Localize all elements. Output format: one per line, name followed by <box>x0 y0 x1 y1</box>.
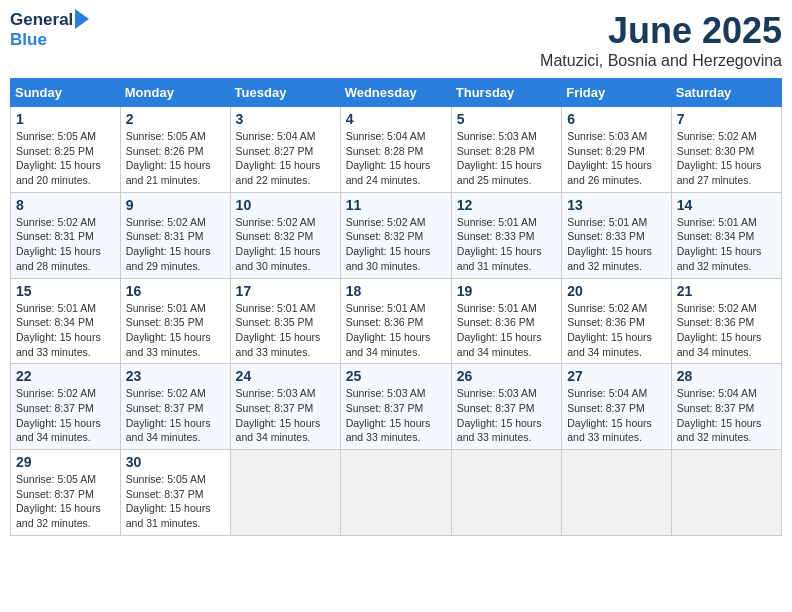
table-row: 24Sunrise: 5:03 AM Sunset: 8:37 PM Dayli… <box>230 364 340 450</box>
calendar-week-row: 22Sunrise: 5:02 AM Sunset: 8:37 PM Dayli… <box>11 364 782 450</box>
day-info: Sunrise: 5:01 AM Sunset: 8:35 PM Dayligh… <box>126 301 225 360</box>
calendar-header-row: Sunday Monday Tuesday Wednesday Thursday… <box>11 79 782 107</box>
table-row: 9Sunrise: 5:02 AM Sunset: 8:31 PM Daylig… <box>120 192 230 278</box>
day-info: Sunrise: 5:05 AM Sunset: 8:25 PM Dayligh… <box>16 129 115 188</box>
day-number: 29 <box>16 454 115 470</box>
day-info: Sunrise: 5:01 AM Sunset: 8:33 PM Dayligh… <box>567 215 666 274</box>
day-info: Sunrise: 5:05 AM Sunset: 8:26 PM Dayligh… <box>126 129 225 188</box>
table-row: 26Sunrise: 5:03 AM Sunset: 8:37 PM Dayli… <box>451 364 561 450</box>
table-row: 20Sunrise: 5:02 AM Sunset: 8:36 PM Dayli… <box>562 278 672 364</box>
calendar-week-row: 8Sunrise: 5:02 AM Sunset: 8:31 PM Daylig… <box>11 192 782 278</box>
day-number: 19 <box>457 283 556 299</box>
day-number: 23 <box>126 368 225 384</box>
table-row <box>671 450 781 536</box>
day-number: 10 <box>236 197 335 213</box>
logo-arrow-icon <box>75 9 89 29</box>
day-info: Sunrise: 5:02 AM Sunset: 8:36 PM Dayligh… <box>567 301 666 360</box>
table-row: 25Sunrise: 5:03 AM Sunset: 8:37 PM Dayli… <box>340 364 451 450</box>
day-number: 2 <box>126 111 225 127</box>
day-info: Sunrise: 5:04 AM Sunset: 8:27 PM Dayligh… <box>236 129 335 188</box>
day-number: 22 <box>16 368 115 384</box>
table-row: 4Sunrise: 5:04 AM Sunset: 8:28 PM Daylig… <box>340 107 451 193</box>
table-row: 22Sunrise: 5:02 AM Sunset: 8:37 PM Dayli… <box>11 364 121 450</box>
table-row: 13Sunrise: 5:01 AM Sunset: 8:33 PM Dayli… <box>562 192 672 278</box>
table-row: 29Sunrise: 5:05 AM Sunset: 8:37 PM Dayli… <box>11 450 121 536</box>
table-row: 1Sunrise: 5:05 AM Sunset: 8:25 PM Daylig… <box>11 107 121 193</box>
day-number: 13 <box>567 197 666 213</box>
day-info: Sunrise: 5:01 AM Sunset: 8:36 PM Dayligh… <box>346 301 446 360</box>
table-row: 2Sunrise: 5:05 AM Sunset: 8:26 PM Daylig… <box>120 107 230 193</box>
table-row: 3Sunrise: 5:04 AM Sunset: 8:27 PM Daylig… <box>230 107 340 193</box>
table-row: 17Sunrise: 5:01 AM Sunset: 8:35 PM Dayli… <box>230 278 340 364</box>
table-row: 7Sunrise: 5:02 AM Sunset: 8:30 PM Daylig… <box>671 107 781 193</box>
table-row <box>562 450 672 536</box>
day-info: Sunrise: 5:01 AM Sunset: 8:34 PM Dayligh… <box>16 301 115 360</box>
logo-general-text: General <box>10 10 73 30</box>
day-info: Sunrise: 5:04 AM Sunset: 8:37 PM Dayligh… <box>567 386 666 445</box>
table-row: 27Sunrise: 5:04 AM Sunset: 8:37 PM Dayli… <box>562 364 672 450</box>
table-row: 23Sunrise: 5:02 AM Sunset: 8:37 PM Dayli… <box>120 364 230 450</box>
header-thursday: Thursday <box>451 79 561 107</box>
calendar-week-row: 29Sunrise: 5:05 AM Sunset: 8:37 PM Dayli… <box>11 450 782 536</box>
day-number: 25 <box>346 368 446 384</box>
day-number: 17 <box>236 283 335 299</box>
day-info: Sunrise: 5:03 AM Sunset: 8:37 PM Dayligh… <box>457 386 556 445</box>
day-number: 21 <box>677 283 776 299</box>
day-number: 18 <box>346 283 446 299</box>
table-row: 19Sunrise: 5:01 AM Sunset: 8:36 PM Dayli… <box>451 278 561 364</box>
day-info: Sunrise: 5:05 AM Sunset: 8:37 PM Dayligh… <box>126 472 225 531</box>
table-row: 16Sunrise: 5:01 AM Sunset: 8:35 PM Dayli… <box>120 278 230 364</box>
day-info: Sunrise: 5:01 AM Sunset: 8:34 PM Dayligh… <box>677 215 776 274</box>
day-number: 20 <box>567 283 666 299</box>
header-friday: Friday <box>562 79 672 107</box>
day-number: 16 <box>126 283 225 299</box>
month-title: June 2025 <box>540 10 782 52</box>
header-saturday: Saturday <box>671 79 781 107</box>
table-row <box>230 450 340 536</box>
table-row: 12Sunrise: 5:01 AM Sunset: 8:33 PM Dayli… <box>451 192 561 278</box>
header-wednesday: Wednesday <box>340 79 451 107</box>
day-number: 4 <box>346 111 446 127</box>
table-row: 5Sunrise: 5:03 AM Sunset: 8:28 PM Daylig… <box>451 107 561 193</box>
table-row: 15Sunrise: 5:01 AM Sunset: 8:34 PM Dayli… <box>11 278 121 364</box>
day-info: Sunrise: 5:01 AM Sunset: 8:35 PM Dayligh… <box>236 301 335 360</box>
location-subtitle: Matuzici, Bosnia and Herzegovina <box>540 52 782 70</box>
day-info: Sunrise: 5:02 AM Sunset: 8:32 PM Dayligh… <box>346 215 446 274</box>
table-row: 28Sunrise: 5:04 AM Sunset: 8:37 PM Dayli… <box>671 364 781 450</box>
calendar-table: Sunday Monday Tuesday Wednesday Thursday… <box>10 78 782 536</box>
calendar-week-row: 1Sunrise: 5:05 AM Sunset: 8:25 PM Daylig… <box>11 107 782 193</box>
day-info: Sunrise: 5:03 AM Sunset: 8:29 PM Dayligh… <box>567 129 666 188</box>
day-info: Sunrise: 5:03 AM Sunset: 8:28 PM Dayligh… <box>457 129 556 188</box>
table-row: 14Sunrise: 5:01 AM Sunset: 8:34 PM Dayli… <box>671 192 781 278</box>
logo: General Blue <box>10 10 89 50</box>
day-number: 27 <box>567 368 666 384</box>
table-row <box>451 450 561 536</box>
day-info: Sunrise: 5:01 AM Sunset: 8:36 PM Dayligh… <box>457 301 556 360</box>
header-tuesday: Tuesday <box>230 79 340 107</box>
day-number: 12 <box>457 197 556 213</box>
day-info: Sunrise: 5:04 AM Sunset: 8:28 PM Dayligh… <box>346 129 446 188</box>
day-number: 15 <box>16 283 115 299</box>
day-number: 26 <box>457 368 556 384</box>
day-number: 8 <box>16 197 115 213</box>
header-sunday: Sunday <box>11 79 121 107</box>
table-row <box>340 450 451 536</box>
day-info: Sunrise: 5:03 AM Sunset: 8:37 PM Dayligh… <box>346 386 446 445</box>
day-number: 9 <box>126 197 225 213</box>
day-info: Sunrise: 5:02 AM Sunset: 8:31 PM Dayligh… <box>16 215 115 274</box>
day-number: 28 <box>677 368 776 384</box>
day-info: Sunrise: 5:03 AM Sunset: 8:37 PM Dayligh… <box>236 386 335 445</box>
day-number: 30 <box>126 454 225 470</box>
day-number: 6 <box>567 111 666 127</box>
day-info: Sunrise: 5:05 AM Sunset: 8:37 PM Dayligh… <box>16 472 115 531</box>
table-row: 11Sunrise: 5:02 AM Sunset: 8:32 PM Dayli… <box>340 192 451 278</box>
day-number: 24 <box>236 368 335 384</box>
day-info: Sunrise: 5:02 AM Sunset: 8:36 PM Dayligh… <box>677 301 776 360</box>
page-header: General Blue June 2025 Matuzici, Bosnia … <box>10 10 782 70</box>
day-info: Sunrise: 5:02 AM Sunset: 8:37 PM Dayligh… <box>16 386 115 445</box>
day-number: 11 <box>346 197 446 213</box>
day-info: Sunrise: 5:04 AM Sunset: 8:37 PM Dayligh… <box>677 386 776 445</box>
table-row: 21Sunrise: 5:02 AM Sunset: 8:36 PM Dayli… <box>671 278 781 364</box>
table-row: 6Sunrise: 5:03 AM Sunset: 8:29 PM Daylig… <box>562 107 672 193</box>
table-row: 30Sunrise: 5:05 AM Sunset: 8:37 PM Dayli… <box>120 450 230 536</box>
